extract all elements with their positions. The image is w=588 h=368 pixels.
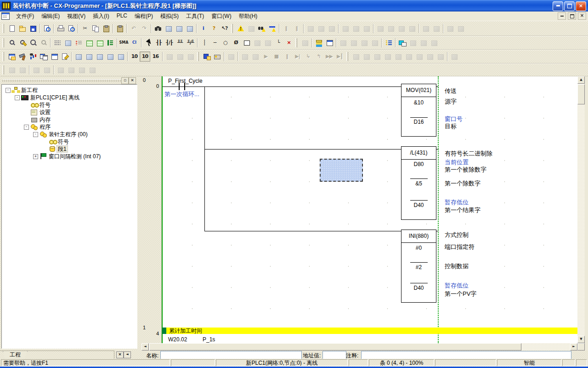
horizontal-scroll-thumb[interactable]	[149, 343, 521, 351]
toggle-project-workspace-button[interactable]	[6, 52, 17, 62]
address-bar-back-button[interactable]: ◄	[124, 351, 131, 358]
horizontal-scrollbar[interactable]: ◄ ►	[141, 343, 577, 351]
instruction-operand[interactable]: D80	[401, 161, 436, 167]
instruction-mnemonic[interactable]: /L(431)	[401, 147, 436, 160]
contact-label[interactable]: W20.02	[168, 336, 187, 343]
name-input[interactable]	[160, 351, 302, 359]
instruction-operand[interactable]: #2	[401, 264, 436, 270]
show-comments-button[interactable]	[62, 38, 73, 48]
properties-info-button[interactable]: i	[198, 23, 209, 34]
new-vertical-line-button[interactable]: │	[199, 38, 209, 48]
new-button[interactable]	[6, 23, 17, 34]
new-connecting-line-button[interactable]: └	[273, 38, 283, 48]
instruction-block-divl[interactable]: /L(431) D80 &5 D40	[401, 146, 436, 220]
online-edit-button[interactable]	[267, 23, 277, 34]
address-reference-list-button[interactable]	[383, 38, 394, 48]
toolbar-grip[interactable]	[295, 38, 297, 47]
instruction-operand[interactable]: D40	[401, 285, 436, 291]
selection-mode-button[interactable]	[143, 38, 153, 48]
collapse-icon[interactable]: -	[15, 95, 20, 100]
panel-drag-handle[interactable]	[2, 79, 122, 82]
menu-tools[interactable]: 工具(T)	[182, 12, 208, 21]
show-symbol-stack-button[interactable]	[313, 38, 324, 48]
find-compile-report-button[interactable]	[256, 23, 267, 34]
new-closed-contact-button[interactable]: ┨/┠	[164, 38, 175, 48]
panel-close-button[interactable]: ×	[129, 77, 136, 84]
instruction-operand[interactable]: D40	[401, 202, 436, 208]
mdi-child-icon[interactable]	[1, 12, 10, 20]
print-button[interactable]	[55, 23, 66, 34]
view-option-3-button[interactable]	[94, 52, 105, 62]
monitor-in-window-button[interactable]	[397, 38, 407, 48]
tab-project[interactable]: 工程	[3, 351, 28, 359]
zoom-to-fit-button[interactable]	[6, 38, 17, 48]
transfer-to-plc-button[interactable]	[201, 52, 212, 62]
view-mnemonics-button[interactable]: SMA	[119, 38, 129, 48]
view-option-4-button[interactable]	[105, 52, 115, 62]
panel-pin-button[interactable]: ▫	[121, 77, 129, 84]
print-preview-button[interactable]	[66, 23, 76, 34]
instruction-mnemonic[interactable]: INI(880)	[401, 230, 436, 243]
save-button[interactable]	[28, 23, 38, 34]
view-option-1-button[interactable]	[73, 52, 84, 62]
build-program-button[interactable]	[17, 52, 28, 62]
compile-program-button[interactable]	[235, 23, 246, 34]
change-all-button[interactable]	[174, 23, 184, 34]
vertical-scroll-thumb[interactable]	[577, 84, 585, 104]
context-help-button[interactable]: ↖?	[219, 23, 230, 34]
display-decimal-button[interactable]: 10	[129, 52, 140, 62]
close-button[interactable]: ×	[576, 1, 586, 11]
replace-button[interactable]	[163, 23, 174, 34]
instruction-block-ini[interactable]: INI(880) #0 #2 D40	[401, 230, 436, 303]
cut-button[interactable]: ✂	[79, 23, 90, 34]
scroll-right-button[interactable]: ►	[570, 343, 577, 351]
new-contact-button[interactable]: ┨┠	[153, 38, 164, 48]
instruction-operand[interactable]: D16	[401, 119, 436, 125]
mdi-restore-button[interactable]	[568, 12, 576, 20]
view-option-5-button[interactable]	[115, 52, 126, 62]
paste-special-button[interactable]	[114, 23, 125, 34]
toolbar-grip[interactable]	[2, 24, 4, 33]
toolbar-grip[interactable]	[346, 52, 348, 61]
contact-label[interactable]: P_First_Cycle	[168, 78, 203, 84]
menu-view[interactable]: 视图(V)	[63, 12, 89, 21]
address-bar-close-button[interactable]: ×	[116, 351, 124, 358]
toolbar-grip[interactable]	[231, 24, 233, 33]
contact-label[interactable]: P_1s	[203, 336, 215, 343]
find-bit-addresses-button[interactable]	[184, 23, 195, 34]
collapse-icon[interactable]: -	[24, 125, 29, 130]
instruction-mnemonic[interactable]: MOV(021)	[401, 84, 436, 97]
panel-splitter[interactable]	[138, 76, 141, 351]
toolbar-grip[interactable]	[2, 38, 4, 47]
new-closed-coil-button[interactable]: Ø	[231, 38, 241, 48]
new-instruction-button[interactable]	[241, 38, 252, 48]
compare-programs-button[interactable]	[41, 23, 52, 34]
show-section-tree-button[interactable]	[105, 38, 115, 48]
menu-file[interactable]: 文件(F)	[12, 12, 38, 21]
edit-properties-button[interactable]	[59, 52, 70, 62]
display-hex-button[interactable]: 16	[150, 52, 161, 62]
rung-comment-bar[interactable]: 累计加工时间	[162, 328, 577, 334]
collapse-icon[interactable]: -	[6, 88, 11, 93]
ladder-grid[interactable]	[162, 76, 577, 343]
mdi-close-button[interactable]: ×	[578, 12, 586, 20]
instruction-operand[interactable]: &5	[401, 180, 436, 187]
open-button[interactable]	[17, 23, 28, 34]
comment-input[interactable]	[361, 351, 571, 359]
transfer-from-plc-button[interactable]	[212, 52, 222, 62]
edit-timer-counter-button[interactable]	[324, 38, 334, 48]
find-button[interactable]	[153, 23, 163, 34]
scroll-down-button[interactable]: ▼	[577, 336, 585, 343]
zoom-in-button[interactable]	[28, 38, 38, 48]
new-coil-button[interactable]: ○	[220, 38, 231, 48]
toggle-grid-button[interactable]	[52, 38, 62, 48]
cross-reference-report-button[interactable]	[28, 52, 38, 62]
display-signed-decimal-button[interactable]: 10	[140, 52, 150, 62]
show-rung-annotations-button[interactable]	[73, 38, 84, 48]
menu-edit[interactable]: 编辑(E)	[38, 12, 63, 21]
toolbar-grip[interactable]	[2, 52, 4, 61]
scroll-up-button[interactable]: ▲	[577, 76, 585, 84]
menu-simulation[interactable]: 模拟(S)	[157, 12, 182, 21]
help-topics-button[interactable]: ?	[209, 23, 219, 34]
menu-window[interactable]: 窗口(W)	[208, 12, 235, 21]
